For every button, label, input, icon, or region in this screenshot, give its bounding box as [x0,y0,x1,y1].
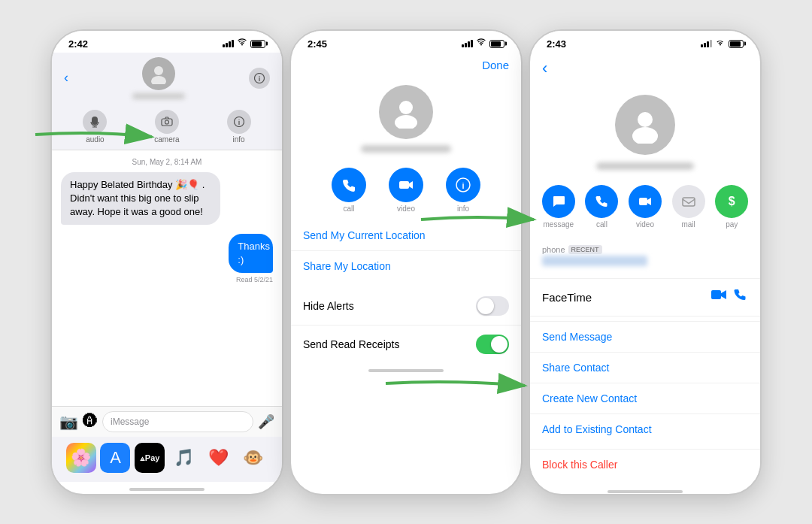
facetime-row: FaceTime [530,279,760,317]
battery-2 [489,40,504,48]
share-location-item[interactable]: Share My Location [291,251,521,281]
camera-button[interactable]: camera [154,110,179,144]
incoming-message: Happy Belated Birthday 🎉🎈 . Didn't want … [61,172,220,226]
avatar-2 [379,85,433,139]
done-button[interactable]: Done [482,59,509,71]
message-qa-circle[interactable] [542,185,575,218]
message-toolbar: audio camera i info [52,105,282,150]
facetime-phone-icon[interactable] [733,288,748,307]
back-button-3[interactable]: ‹ [542,59,547,78]
wifi-icon-3 [715,38,726,49]
pay-qa-circle[interactable]: $ [715,185,748,218]
svg-text:i: i [238,119,240,126]
info-button[interactable]: i [249,68,270,89]
imessage-input[interactable]: iMessage [102,411,253,432]
applepay-dock-icon[interactable]: ⟁Pay [135,443,165,473]
share-contact-item[interactable]: Share Contact [530,353,760,383]
svg-text:i: i [259,75,261,83]
svg-point-7 [165,120,168,124]
quick-actions: message call video [530,179,760,235]
facetime-icons [710,288,748,307]
contact-name-3-blurred [596,162,694,170]
phone-number-blurred [542,256,647,266]
app-store-icon[interactable]: 🅐 [83,413,98,430]
signal-2 [462,40,473,47]
message-header: ‹ i [52,53,282,105]
info-label-2: info [457,204,469,213]
status-bar-3: 2:43 [530,31,760,53]
svg-point-12 [395,115,417,129]
video-label: video [397,204,415,213]
home-indicator-2 [291,363,521,378]
send-location-item[interactable]: Send My Current Location [291,220,521,251]
phone-badge: RECENT [568,245,602,254]
video-qa-label: video [636,220,654,229]
time-3: 2:43 [547,38,566,50]
back-button-1[interactable]: ‹ [64,70,68,86]
svg-text:i: i [462,181,464,190]
svg-point-18 [632,127,658,144]
contact-actions: Send Message Share Contact Create New Co… [530,321,760,444]
home-indicator-1 [52,482,282,495]
toggles-section: Hide Alerts Send Read Receipts [291,287,521,363]
camera-label: camera [154,135,179,144]
video-qa-btn[interactable]: video [627,185,663,229]
audio-button[interactable]: audio [83,110,107,144]
time-2: 2:45 [308,38,327,50]
call-qa-label: call [596,220,607,229]
facetime-section: FaceTime [530,278,760,317]
messages-area: Sun, May 2, 8:14 AM Happy Belated Birthd… [52,150,282,406]
time-1: 2:42 [68,38,88,50]
photos-dock-icon[interactable]: 🌸 [66,443,96,473]
battery-3 [729,40,744,48]
svg-point-1 [151,76,166,84]
block-caller-item[interactable]: Block this Caller [542,459,748,471]
signal-1 [223,40,234,47]
add-to-existing-contact-item[interactable]: Add to Existing Contact [530,414,760,444]
mail-qa-circle[interactable] [672,185,705,218]
mail-qa-btn[interactable]: mail [671,185,707,229]
send-message-item[interactable]: Send Message [530,322,760,353]
call-qa-btn[interactable]: call [584,185,620,229]
video-action[interactable]: video [382,168,430,213]
svg-point-0 [154,66,163,75]
block-section: Block this Caller [530,449,760,480]
camera-input-icon[interactable]: 📷 [59,413,78,431]
phone-field: phone RECENT [530,238,760,274]
outgoing-message: Thanks :) [229,234,273,273]
contact-header-center [132,57,185,99]
info-action[interactable]: i info [439,168,487,213]
screen1-imessage: 2:42 ‹ [50,29,283,495]
status-bar-1: 2:42 [52,31,282,53]
message-qa-label: message [544,220,574,229]
facetime-video-icon[interactable] [710,288,727,307]
input-bar: 📷 🅐 iMessage 🎤 [52,406,282,437]
dock: 🌸 A ⟁Pay 🎵 ❤️ 🐵 [52,437,282,482]
call-label: call [343,204,354,213]
svg-point-17 [638,112,653,127]
message-date: Sun, May 2, 8:14 AM [61,158,273,166]
call-qa-circle[interactable] [585,185,618,218]
app6-dock-icon[interactable]: 🐵 [238,443,268,473]
call-action[interactable]: call [325,168,373,213]
dictation-icon[interactable]: 🎤 [258,413,274,430]
contact-name-blurred [132,93,185,99]
app5-dock-icon[interactable]: ❤️ [203,443,233,473]
wifi-icon-1 [237,38,247,49]
svg-rect-21 [711,290,721,299]
send-read-receipts-label: Send Read Receipts [303,338,399,350]
hide-alerts-toggle[interactable] [476,296,509,316]
info-toolbar-button[interactable]: i info [227,110,251,144]
pay-qa-btn[interactable]: $ pay [714,185,750,229]
video-qa-circle[interactable] [629,185,662,218]
create-new-contact-item[interactable]: Create New Contact [530,383,760,414]
tiktok-dock-icon[interactable]: 🎵 [169,443,199,473]
send-read-receipts-toggle[interactable] [476,335,509,354]
hide-alerts-label: Hide Alerts [303,300,354,312]
details-header: Done [291,53,521,77]
contact-name-2-blurred [361,145,451,153]
svg-rect-6 [162,119,172,126]
appstore-dock-icon[interactable]: A [100,443,130,473]
message-qa-btn[interactable]: message [541,185,577,229]
info-label: info [232,135,244,144]
